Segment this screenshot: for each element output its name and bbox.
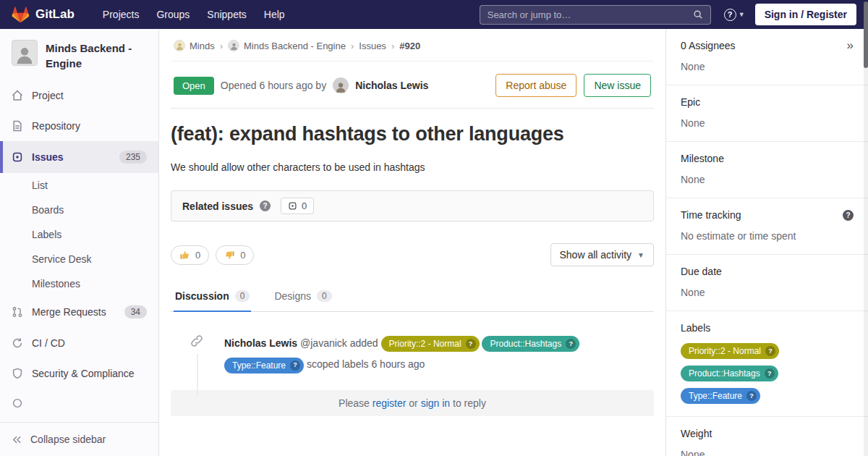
sidebar-item-cicd[interactable]: CI / CD bbox=[0, 328, 158, 358]
awards-row: 0 0 Show all activity ▼ bbox=[171, 243, 654, 266]
reply-or: or bbox=[409, 397, 417, 409]
author-avatar[interactable] bbox=[333, 77, 349, 93]
note-body: Nicholas Lewis @javanick added Priority:… bbox=[224, 331, 579, 376]
collapse-right-sidebar-icon[interactable]: » bbox=[847, 42, 854, 49]
sidebar-item-security[interactable]: Security & Compliance bbox=[0, 358, 158, 389]
chevron-down-icon: ▼ bbox=[739, 11, 745, 18]
activity-filter-dropdown[interactable]: Show all activity ▼ bbox=[550, 243, 655, 266]
collapse-sidebar-button[interactable]: Collapse sidebar bbox=[0, 422, 158, 456]
weight-value: None bbox=[681, 449, 854, 456]
sidebar-subitem-service-desk[interactable]: Service Desk bbox=[0, 247, 158, 271]
global-search[interactable] bbox=[480, 5, 711, 25]
sidebar-subitem-list[interactable]: List bbox=[0, 173, 158, 198]
scoped-label-info-icon: ? bbox=[290, 360, 300, 371]
breadcrumb-group[interactable]: Minds bbox=[174, 40, 215, 51]
thumbs-down-button[interactable]: 0 bbox=[216, 245, 254, 265]
menu-projects[interactable]: Projects bbox=[95, 3, 148, 26]
sidebar-item-issues[interactable]: Issues 235 bbox=[0, 141, 158, 173]
merge-request-icon bbox=[12, 306, 24, 318]
time-tracking-title: Time tracking bbox=[681, 209, 741, 221]
scoped-label-info-icon: ? bbox=[566, 339, 576, 349]
menu-help[interactable]: Help bbox=[256, 3, 293, 26]
new-issue-button[interactable]: New issue bbox=[584, 74, 651, 97]
due-date-value: None bbox=[681, 287, 854, 298]
issue-status-row: Open Opened 6 hours ago by Nicholas Lewi… bbox=[171, 62, 654, 109]
sidebar-subitem-labels[interactable]: Labels bbox=[0, 222, 158, 247]
epic-block: Epic None bbox=[666, 85, 868, 142]
label-text: Product::Hashtags bbox=[689, 369, 760, 378]
due-date-block: Due date None bbox=[666, 255, 868, 311]
label-badge-priority[interactable]: Priority::2 - Normal? bbox=[681, 343, 779, 359]
milestone-value: None bbox=[681, 174, 854, 185]
note-timeline bbox=[184, 331, 210, 376]
note-author[interactable]: Nicholas Lewis bbox=[224, 337, 297, 349]
partial-nav-item[interactable] bbox=[0, 389, 158, 409]
sidebar-item-repository[interactable]: Repository bbox=[0, 111, 158, 141]
label-badge-type[interactable]: Type::Feature? bbox=[681, 388, 760, 404]
sidebar-item-label: Issues bbox=[32, 151, 64, 163]
menu-groups[interactable]: Groups bbox=[148, 3, 197, 26]
top-menu: Projects Groups Snippets Help bbox=[95, 3, 293, 26]
tab-discussion-label: Discussion bbox=[175, 290, 229, 302]
tab-discussion[interactable]: Discussion 0 bbox=[174, 282, 251, 312]
breadcrumb-project[interactable]: Minds Backend - Engine bbox=[228, 40, 346, 51]
project-context[interactable]: Minds Backend - Engine bbox=[0, 29, 158, 80]
search-input[interactable] bbox=[488, 9, 693, 20]
related-help-icon[interactable]: ? bbox=[260, 200, 271, 211]
label-text: Product::Hashtags bbox=[490, 339, 561, 348]
report-abuse-button[interactable]: Report abuse bbox=[495, 74, 576, 97]
breadcrumb-issues-label: Issues bbox=[359, 41, 386, 51]
assignees-block: 0 Assignees » None bbox=[666, 29, 868, 85]
epic-value: None bbox=[681, 117, 854, 129]
shield-icon bbox=[12, 368, 24, 379]
label-badge-type[interactable]: Type::Feature? bbox=[224, 358, 304, 373]
label-badge-product[interactable]: Product::Hashtags? bbox=[681, 366, 778, 381]
label-badge-priority[interactable]: Priority::2 - Normal? bbox=[381, 336, 480, 352]
menu-snippets[interactable]: Snippets bbox=[199, 3, 254, 26]
time-tracking-help-icon[interactable]: ? bbox=[843, 210, 854, 221]
thumbs-up-button[interactable]: 0 bbox=[171, 245, 209, 265]
tab-designs[interactable]: Designs 0 bbox=[273, 282, 333, 312]
gitlab-logo-group[interactable]: GitLab bbox=[12, 6, 75, 23]
labels-title[interactable]: Labels bbox=[681, 322, 854, 334]
scoped-label-info-icon: ? bbox=[466, 339, 476, 349]
related-issues-count[interactable]: 0 bbox=[281, 198, 314, 214]
author-name[interactable]: Nicholas Lewis bbox=[355, 80, 428, 91]
left-sidebar: Minds Backend - Engine Project Repositor… bbox=[0, 29, 159, 456]
milestone-title[interactable]: Milestone bbox=[681, 153, 854, 164]
help-dropdown[interactable]: ? ▼ bbox=[724, 9, 745, 21]
group-avatar bbox=[174, 40, 185, 51]
signin-register-button[interactable]: Sign in / Register bbox=[755, 4, 856, 25]
signin-link[interactable]: sign in bbox=[421, 397, 450, 409]
sidebar-subitem-milestones[interactable]: Milestones bbox=[0, 271, 158, 296]
tab-discussion-count: 0 bbox=[235, 290, 250, 302]
sidebar-subitem-boards[interactable]: Boards bbox=[0, 198, 158, 222]
system-note: Nicholas Lewis @javanick added Priority:… bbox=[171, 331, 654, 376]
gitlab-tanuki-icon bbox=[12, 6, 30, 23]
thumbs-down-count: 0 bbox=[240, 250, 245, 261]
note-action-text: @javanick added bbox=[300, 337, 378, 349]
issue-count-icon bbox=[288, 201, 297, 211]
page-scrollbar[interactable] bbox=[864, 0, 868, 456]
merge-requests-count-badge: 34 bbox=[124, 305, 147, 318]
label-badge-product[interactable]: Product::Hashtags? bbox=[482, 336, 579, 352]
help-icon: ? bbox=[724, 9, 736, 21]
issue-description: We should allow other characters to be u… bbox=[171, 161, 654, 173]
sidebar-item-project[interactable]: Project bbox=[0, 80, 158, 111]
breadcrumb-separator: › bbox=[391, 41, 394, 51]
scrollbar-thumb[interactable] bbox=[864, 1, 868, 68]
note-suffix-text: scoped labels 6 hours ago bbox=[307, 358, 425, 370]
sidebar-item-label: Security & Compliance bbox=[32, 368, 135, 379]
weight-title[interactable]: Weight bbox=[681, 428, 854, 439]
due-date-title[interactable]: Due date bbox=[681, 266, 854, 277]
thumbs-up-count: 0 bbox=[195, 250, 200, 261]
breadcrumb-issues[interactable]: Issues bbox=[359, 41, 386, 51]
search-icon bbox=[693, 9, 703, 20]
assignees-title[interactable]: 0 Assignees bbox=[681, 40, 736, 51]
register-link[interactable]: register bbox=[373, 397, 407, 409]
project-mini-avatar bbox=[228, 40, 239, 51]
sidebar-item-merge-requests[interactable]: Merge Requests 34 bbox=[0, 296, 158, 328]
breadcrumb-project-label: Minds Backend - Engine bbox=[244, 41, 346, 51]
cicd-icon bbox=[12, 337, 24, 349]
epic-title[interactable]: Epic bbox=[681, 96, 854, 108]
